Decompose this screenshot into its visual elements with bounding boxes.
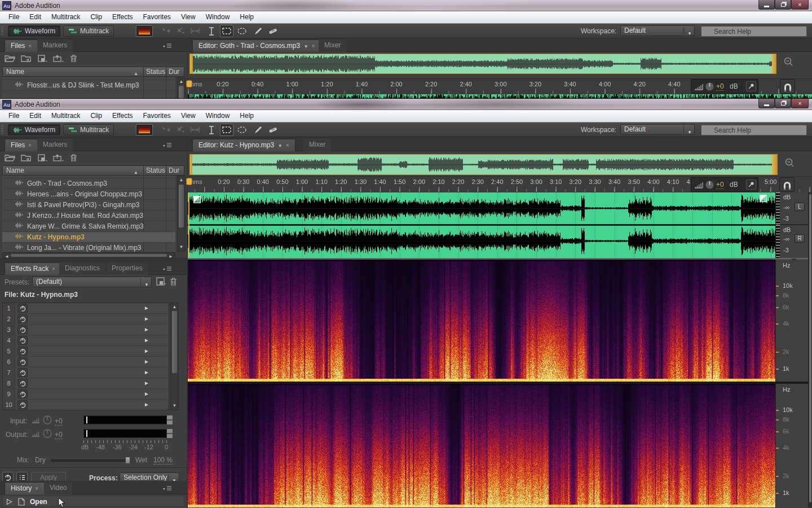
column-name[interactable]: Name	[6, 67, 24, 76]
spectrogram-right-channel[interactable]	[188, 384, 775, 507]
overview-right-handle[interactable]	[772, 54, 776, 73]
spot-healing-brush-icon[interactable]	[267, 27, 277, 36]
menu-edit[interactable]: Edit	[24, 110, 46, 122]
hud-gain-value[interactable]: +0	[716, 181, 724, 189]
time-selection-tool-icon[interactable]	[206, 125, 217, 134]
workspace-dropdown[interactable]: Default ▼	[620, 25, 695, 36]
marquee-selection-tool[interactable]	[220, 124, 233, 136]
mix-slider-thumb[interactable]	[125, 457, 130, 464]
restore-button[interactable]	[775, 0, 791, 10]
slot-power-button[interactable]	[17, 400, 28, 409]
gain-knob[interactable]	[705, 82, 714, 91]
trash-icon[interactable]	[69, 154, 78, 162]
volume-hud[interactable]: +0 dB	[691, 177, 758, 192]
overview-right-handle[interactable]	[772, 155, 777, 174]
close-button[interactable]: ×	[791, 0, 809, 10]
tab-dropdown-icon[interactable]: ▼	[278, 143, 283, 148]
menu-file[interactable]: File	[3, 11, 24, 23]
scroll-left-icon[interactable]: ◄	[4, 253, 10, 260]
spot-healing-brush-icon[interactable]	[267, 125, 277, 134]
menu-help[interactable]: Help	[235, 110, 259, 122]
column-status[interactable]: Status	[146, 67, 165, 76]
slot-power-button[interactable]	[17, 389, 28, 398]
tab-history[interactable]: History×	[5, 482, 45, 494]
column-dur[interactable]: Dur	[169, 166, 179, 175]
slot-expand-icon[interactable]: ►	[144, 316, 149, 322]
open-folder-icon[interactable]	[5, 54, 15, 63]
slot-power-button[interactable]	[17, 347, 28, 356]
hud-gain-value[interactable]: +0	[716, 82, 724, 91]
insert-multitrack-icon[interactable]	[53, 54, 64, 63]
waveform-view-button[interactable]: Waveform	[8, 25, 60, 37]
gain-knob[interactable]	[705, 180, 714, 190]
file-list-vscrollbar[interactable]: ▲ ▼	[177, 176, 186, 252]
slip-tool-icon[interactable]	[175, 125, 186, 134]
tab-mixer[interactable]: Mixer	[319, 40, 346, 52]
delete-preset-icon[interactable]	[169, 277, 178, 286]
file-row[interactable]: Flosstr...us & DJ Sliink - Test Me.mp3	[2, 80, 175, 91]
tab-markers[interactable]: Markers	[37, 139, 73, 151]
menu-view[interactable]: View	[176, 110, 201, 122]
panel-menu-icon[interactable]	[162, 142, 173, 148]
file-row[interactable]: Heroes ...ains - Original Choppaz.mp3	[2, 189, 175, 200]
minimize-button[interactable]	[758, 0, 775, 10]
rack-vscrollbar[interactable]: ▲ ▼	[170, 303, 179, 410]
column-status[interactable]: Status	[146, 166, 165, 175]
overview-waveform[interactable]	[189, 54, 776, 74]
move-tool-icon[interactable]	[161, 125, 171, 134]
scroll-right-icon[interactable]: ►	[168, 253, 174, 260]
marquee-selection-tool[interactable]	[220, 25, 233, 37]
slot-expand-icon[interactable]: ►	[144, 305, 149, 311]
tab-dropdown-icon[interactable]: ▼	[304, 44, 308, 49]
effect-slot-row[interactable]: 5►	[3, 346, 169, 357]
workspace-dropdown[interactable]: Default ▼	[620, 124, 695, 135]
tab-editor[interactable]: Editor: Kutz - Hypno.mp3 ▼×	[192, 139, 295, 151]
new-content-icon[interactable]	[37, 154, 47, 162]
tab-effects-rack[interactable]: Effects Rack×	[5, 262, 61, 275]
panel-menu-icon[interactable]	[162, 485, 173, 491]
column-dur[interactable]: Dur	[169, 67, 179, 76]
effect-slot-row[interactable]: 1►	[3, 303, 169, 314]
tab-files[interactable]: Files×	[5, 139, 38, 151]
history-item-open[interactable]: Open	[2, 496, 184, 507]
slot-expand-icon[interactable]: ►	[144, 391, 149, 397]
paintbrush-tool-icon[interactable]	[252, 125, 262, 134]
slot-expand-icon[interactable]: ►	[144, 358, 149, 365]
panel-menu-icon[interactable]	[162, 266, 173, 271]
tab-properties[interactable]: Properties	[106, 262, 148, 275]
tab-editor[interactable]: Editor: Goth - Trad - Cosmos.mp3 ▼×	[192, 40, 321, 52]
slot-power-button[interactable]	[17, 314, 28, 323]
trash-icon[interactable]	[69, 54, 78, 63]
snap-magnet-button[interactable]	[779, 177, 795, 192]
new-content-icon[interactable]	[37, 54, 47, 63]
overview-left-handle[interactable]	[190, 155, 192, 174]
effect-slot-row[interactable]: 3►	[3, 325, 169, 335]
overview-left-handle[interactable]	[190, 54, 193, 73]
overview-waveform[interactable]	[189, 154, 778, 175]
snap-magnet-button[interactable]	[780, 79, 795, 94]
slot-power-button[interactable]	[17, 368, 28, 377]
menu-effects[interactable]: Effects	[107, 11, 138, 23]
file-list-vscrollbar[interactable]: ▲	[177, 77, 186, 99]
menu-view[interactable]: View	[176, 11, 201, 23]
save-preset-icon[interactable]	[156, 277, 166, 286]
waveform-display[interactable]	[188, 192, 775, 258]
tab-video[interactable]: Video	[44, 482, 72, 494]
slot-power-button[interactable]	[17, 336, 28, 345]
selection-handle-left[interactable]	[193, 196, 201, 203]
multitrack-view-button[interactable]: Multitrack	[63, 25, 114, 37]
stretch-tool-icon[interactable]	[190, 125, 200, 134]
tab-mixer[interactable]: Mixer	[303, 139, 331, 151]
restore-button[interactable]	[775, 99, 791, 108]
effect-slot-row[interactable]: 8►	[3, 378, 169, 389]
column-name[interactable]: Name	[6, 166, 24, 175]
import-file-icon[interactable]	[21, 54, 32, 63]
hud-pin-button[interactable]	[746, 179, 756, 190]
file-list-hscrollbar[interactable]: ◄ ►	[2, 252, 175, 259]
editor-vscrollbar[interactable]	[808, 192, 812, 507]
menu-edit[interactable]: Edit	[24, 11, 46, 23]
slot-expand-icon[interactable]: ►	[144, 326, 149, 332]
file-list-header[interactable]: Name ▲ Status Dur	[2, 67, 184, 77]
playhead-marker[interactable]	[186, 178, 192, 185]
spectrogram-left-channel[interactable]	[188, 260, 775, 382]
